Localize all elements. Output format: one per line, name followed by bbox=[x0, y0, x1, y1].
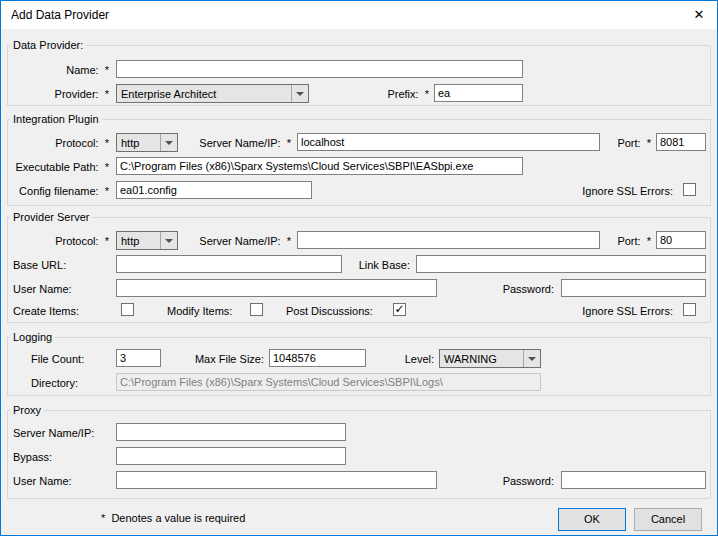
proxy-user-name-label: User Name: bbox=[13, 474, 72, 488]
required-note: * Denotes a value is required bbox=[101, 512, 245, 524]
name-input[interactable] bbox=[116, 60, 523, 78]
ps-ignore-ssl-label: Ignore SSL Errors: bbox=[553, 304, 673, 318]
prefix-input[interactable] bbox=[434, 84, 523, 102]
base-url-input[interactable] bbox=[116, 255, 342, 273]
chevron-down-icon bbox=[165, 141, 173, 145]
ip-ignore-ssl-label: Ignore SSL Errors: bbox=[553, 184, 673, 198]
base-url-label: Base URL: bbox=[13, 258, 66, 272]
ip-port-label: Port: * bbox=[601, 136, 651, 150]
ps-user-name-input[interactable] bbox=[116, 279, 437, 297]
provider-combo[interactable]: Enterprise Architect bbox=[116, 84, 309, 103]
file-count-label: File Count: bbox=[31, 352, 84, 366]
exec-path-input[interactable] bbox=[116, 157, 523, 175]
ps-user-name-label: User Name: bbox=[13, 282, 72, 296]
directory-label: Directory: bbox=[31, 376, 78, 390]
level-combo-button[interactable] bbox=[523, 350, 540, 367]
proxy-password-label: Password: bbox=[481, 474, 554, 488]
proxy-server-input[interactable] bbox=[116, 423, 346, 441]
ps-protocol-combo-value: http bbox=[121, 234, 139, 248]
prefix-label: Prefix: * bbox=[331, 87, 429, 101]
directory-input bbox=[116, 373, 541, 391]
integration-plugin-group-title: Integration Plugin bbox=[10, 112, 102, 126]
data-provider-group-title: Data Provider: bbox=[10, 38, 86, 52]
modify-items-label: Modify Items: bbox=[167, 304, 232, 318]
ps-protocol-label: Protocol: * bbox=[9, 234, 109, 248]
name-label: Name: * bbox=[9, 63, 109, 77]
config-filename-input[interactable] bbox=[116, 181, 312, 199]
max-file-size-label: Max File Size: bbox=[176, 352, 264, 366]
provider-label: Provider: * bbox=[9, 87, 109, 101]
ps-protocol-combo[interactable]: http bbox=[116, 231, 178, 250]
link-base-input[interactable] bbox=[416, 255, 706, 273]
title-bar: Add Data Provider ✕ bbox=[1, 1, 717, 29]
link-base-label: Link Base: bbox=[341, 258, 410, 272]
ip-protocol-combo-button[interactable] bbox=[160, 134, 177, 151]
post-discussions-label: Post Discussions: bbox=[286, 304, 373, 318]
proxy-server-label: Server Name/IP: bbox=[13, 426, 94, 440]
max-file-size-input[interactable] bbox=[269, 349, 366, 367]
modify-items-checkbox[interactable] bbox=[250, 303, 263, 316]
ok-button[interactable]: OK bbox=[558, 508, 626, 531]
ip-protocol-combo[interactable]: http bbox=[116, 133, 178, 152]
chevron-down-icon bbox=[296, 92, 304, 96]
level-combo-value: WARNING bbox=[444, 352, 497, 366]
checkmark-icon: ✓ bbox=[394, 302, 405, 316]
close-icon: ✕ bbox=[694, 7, 705, 22]
bypass-label: Bypass: bbox=[13, 450, 52, 464]
bypass-input[interactable] bbox=[116, 447, 346, 465]
ps-server-input[interactable] bbox=[297, 231, 600, 249]
file-count-input[interactable] bbox=[116, 349, 161, 367]
ps-port-input[interactable] bbox=[656, 231, 706, 249]
chevron-down-icon bbox=[165, 239, 173, 243]
level-combo[interactable]: WARNING bbox=[439, 349, 541, 368]
ip-protocol-label: Protocol: * bbox=[9, 136, 109, 150]
create-items-checkbox[interactable] bbox=[121, 303, 134, 316]
ps-ignore-ssl-checkbox[interactable] bbox=[683, 303, 696, 316]
proxy-password-input[interactable] bbox=[561, 471, 706, 489]
level-label: Level: bbox=[386, 352, 434, 366]
ps-port-label: Port: * bbox=[601, 234, 651, 248]
logging-group-title: Logging bbox=[10, 330, 55, 344]
post-discussions-checkbox[interactable]: ✓ bbox=[393, 303, 406, 316]
ps-password-input[interactable] bbox=[561, 279, 706, 297]
exec-path-label: Executable Path: * bbox=[9, 160, 109, 174]
cancel-button[interactable]: Cancel bbox=[634, 508, 702, 531]
ps-server-label: Server Name/IP: * bbox=[181, 234, 291, 248]
provider-server-group-title: Provider Server bbox=[10, 210, 92, 224]
ip-port-input[interactable] bbox=[656, 133, 706, 151]
proxy-user-name-input[interactable] bbox=[116, 471, 437, 489]
create-items-label: Create Items: bbox=[13, 304, 79, 318]
ip-protocol-combo-value: http bbox=[121, 136, 139, 150]
ip-ignore-ssl-checkbox[interactable] bbox=[683, 183, 696, 196]
config-filename-label: Config filename: * bbox=[9, 184, 109, 198]
dialog-title: Add Data Provider bbox=[11, 1, 109, 29]
ps-protocol-combo-button[interactable] bbox=[160, 232, 177, 249]
proxy-group-title: Proxy bbox=[10, 403, 44, 417]
close-button[interactable]: ✕ bbox=[681, 1, 717, 29]
chevron-down-icon bbox=[528, 357, 536, 361]
ps-password-label: Password: bbox=[481, 282, 554, 296]
add-data-provider-dialog: Add Data Provider ✕ Data Provider: Name:… bbox=[0, 0, 718, 536]
provider-combo-value: Enterprise Architect bbox=[121, 87, 216, 101]
provider-combo-button[interactable] bbox=[291, 85, 308, 102]
ip-server-label: Server Name/IP: * bbox=[181, 136, 291, 150]
ip-server-input[interactable] bbox=[297, 133, 600, 151]
